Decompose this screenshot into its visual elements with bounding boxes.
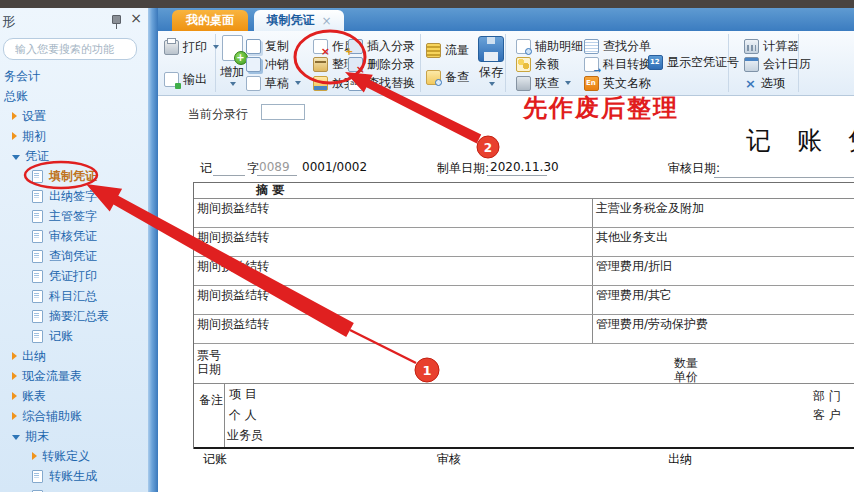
insert-entry-button[interactable]: 插入分录	[348, 37, 415, 55]
close-icon[interactable]: ×	[130, 10, 142, 26]
find-bill-button[interactable]: 查找分单	[584, 37, 651, 55]
sidebar-item[interactable]: 现金流量表	[0, 366, 148, 386]
flow-button[interactable]: 流量	[426, 41, 469, 59]
chevron-down-icon[interactable]	[213, 45, 219, 49]
voucher-row[interactable]: 期间损益结转管理费用/劳动保护费	[194, 315, 854, 344]
tab-my-desktop[interactable]: 我的桌面	[172, 10, 248, 31]
calendar-icon	[744, 57, 759, 72]
print-button[interactable]: 打印	[164, 38, 219, 56]
sidebar-item[interactable]: 科目汇总	[0, 286, 148, 306]
balance-button[interactable]: 余额	[516, 55, 559, 73]
sidebar-header: 形 ×	[0, 8, 148, 34]
entry-summary-cell[interactable]: 期间损益结转	[194, 199, 593, 227]
calculator-button[interactable]: 计算器	[744, 37, 799, 55]
sidebar-item[interactable]: 转账定义	[0, 446, 148, 466]
sidebar-divider[interactable]	[148, 8, 158, 492]
linked-query-button[interactable]: 联查	[516, 74, 571, 92]
english-name-button[interactable]: 英文名称	[584, 74, 651, 92]
sidebar-item[interactable]: 综合辅助账	[0, 406, 148, 426]
add-button[interactable]: 增加	[220, 33, 244, 91]
show-empty-voucher-button[interactable]: 显示空凭证号	[648, 53, 739, 71]
save-button[interactable]: 保存	[478, 33, 504, 91]
entry-summary-cell[interactable]: 期间损益结转	[194, 257, 593, 285]
sidebar-item[interactable]: 凭证打印	[0, 266, 148, 286]
sidebar-item[interactable]: 总账	[0, 86, 148, 106]
find-replace-button[interactable]: 查找替换	[348, 74, 415, 92]
sidebar-item[interactable]: 记账	[0, 326, 148, 346]
entry-summary-cell[interactable]: 期间损益结转	[194, 315, 593, 343]
show-empty-voucher-icon	[648, 55, 663, 70]
voucher-row[interactable]: 期间损益结转主营业务税金及附加	[194, 199, 854, 228]
copy-button[interactable]: 复制	[246, 37, 289, 55]
entry-account-cell[interactable]: 主营业务税金及附加	[593, 199, 854, 227]
document-icon	[32, 330, 43, 343]
entry-account-cell[interactable]: 管理费用/折旧	[593, 257, 854, 285]
entry-summary-cell[interactable]: 期间损益结转	[194, 286, 593, 314]
export-button[interactable]: 输出	[164, 70, 207, 88]
entry-account-cell[interactable]: 管理费用/其它	[593, 286, 854, 314]
document-icon	[32, 230, 43, 243]
expand-arrow-icon[interactable]	[12, 132, 17, 140]
sidebar-item[interactable]: 审核凭证	[0, 226, 148, 246]
sidebar-item-fill-voucher[interactable]: 填制凭证	[0, 166, 148, 186]
tab-fill-voucher[interactable]: 填制凭证 ×	[254, 10, 344, 31]
delete-entry-button[interactable]: 删除分录	[348, 55, 415, 73]
chevron-down-icon[interactable]	[295, 81, 301, 85]
voucher-pages: 0001/0002	[302, 160, 367, 174]
sidebar-item[interactable]: 期初	[0, 126, 148, 146]
search-input[interactable]	[13, 40, 131, 58]
sidebar-item[interactable]: 账表	[0, 386, 148, 406]
sidebar-item[interactable]: 期末	[0, 426, 148, 446]
tab-close-icon[interactable]: ×	[321, 14, 331, 28]
sidebar-item-label: 转账定义	[42, 446, 90, 466]
aux-detail-button[interactable]: 辅助明细	[516, 37, 583, 55]
expand-arrow-icon[interactable]	[12, 372, 17, 380]
audit-date-underline	[714, 176, 854, 178]
options-button[interactable]: 选项	[744, 74, 785, 92]
reference-button[interactable]: 备查	[426, 68, 469, 86]
expand-arrow-icon[interactable]	[12, 112, 17, 120]
summary-column-header: 摘 要	[194, 183, 854, 199]
expand-arrow-icon[interactable]	[32, 452, 37, 460]
save-icon	[478, 36, 504, 62]
aux-detail-icon	[516, 39, 531, 54]
sidebar-item[interactable]: 出纳签字	[0, 186, 148, 206]
sidebar-item[interactable]: 转账生成	[0, 466, 148, 486]
sidebar-item[interactable]: 凭证	[0, 146, 148, 166]
voucher-number[interactable]: 0089	[259, 160, 290, 174]
chevron-down-icon[interactable]	[489, 82, 495, 86]
expand-arrow-icon[interactable]	[12, 352, 17, 360]
entry-account-cell[interactable]: 其他业务支出	[593, 228, 854, 256]
sidebar-item[interactable]: 出纳	[0, 346, 148, 366]
entry-account-cell[interactable]: 管理费用/劳动保护费	[593, 315, 854, 343]
sidebar-item[interactable]: 务会计	[0, 66, 148, 86]
chevron-down-icon[interactable]	[565, 81, 571, 85]
voucher-row[interactable]: 期间损益结转管理费用/其它	[194, 286, 854, 315]
document-icon	[32, 190, 43, 203]
writeoff-button[interactable]: 冲销	[246, 55, 289, 73]
sidebar-item[interactable]: 主管签字	[0, 206, 148, 226]
sidebar-item[interactable]: 摘要汇总表	[0, 306, 148, 326]
pin-icon[interactable]	[112, 15, 121, 24]
collapse-arrow-icon[interactable]	[12, 435, 20, 440]
voucher-row[interactable]: 期间损益结转管理费用/折旧	[194, 257, 854, 286]
voucher-row[interactable]: 期间损益结转其他业务支出	[194, 228, 854, 257]
sidebar-item[interactable]: 查询凭证	[0, 246, 148, 266]
collapse-arrow-icon[interactable]	[12, 155, 20, 160]
chevron-down-icon[interactable]	[230, 82, 236, 86]
make-date-value[interactable]: 2020.11.30	[490, 160, 559, 174]
expand-arrow-icon[interactable]	[12, 412, 17, 420]
sidebar-item-label: 填制凭证	[49, 166, 97, 186]
account-convert-button[interactable]: 科目转换	[584, 55, 651, 73]
entry-summary-cell[interactable]: 期间损益结转	[194, 228, 593, 256]
expand-arrow-icon[interactable]	[12, 392, 17, 400]
current-entry-row-input[interactable]	[261, 104, 305, 120]
sidebar-item-label: 期末	[25, 426, 49, 446]
date-label: 日期	[197, 361, 221, 378]
draft-button[interactable]: 草稿	[246, 74, 301, 92]
sidebar-item[interactable]: 设置	[0, 106, 148, 126]
window-top-bar	[0, 0, 854, 8]
tab-bar: 我的桌面 填制凭证 ×	[158, 8, 854, 31]
calendar-button[interactable]: 会计日历	[744, 55, 811, 73]
sidebar-item[interactable]	[0, 486, 148, 492]
